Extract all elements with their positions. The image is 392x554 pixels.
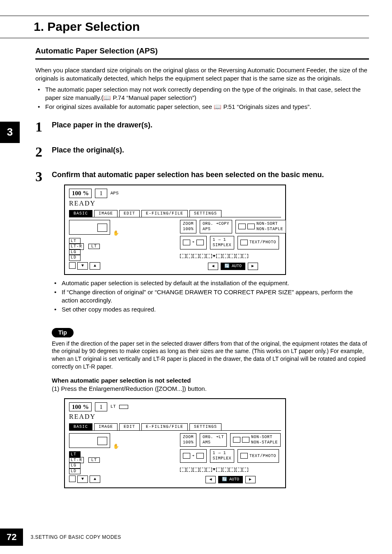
quantity-value-2: 1 — [95, 402, 107, 411]
step-2-number: 2 — [35, 143, 42, 162]
page-title: 1. Paper Selection — [34, 18, 369, 35]
ready-status-2: READY — [69, 412, 281, 421]
simplex-button-2[interactable]: 1 → 1 SIMPLEX — [210, 449, 235, 463]
nonsort-button-2[interactable]: NON-SORT NON-STAPLE — [230, 433, 281, 447]
auto-button[interactable]: 🔄 AUTO — [221, 263, 245, 270]
tab-image-2[interactable]: IMAGE — [94, 423, 118, 430]
mode-label-2: LT — [111, 404, 116, 410]
stack2-icon — [247, 224, 255, 229]
doc-icon — [240, 240, 248, 245]
lcd-panel-lt: 100 % 1 LT READY BASIC IMAGE EDIT E-FILI… — [64, 398, 286, 488]
tab-image[interactable]: IMAGE — [94, 210, 118, 217]
intro-paragraph: When you place standard size originals o… — [35, 66, 369, 83]
zoom-button[interactable]: ZOOM 100% — [180, 220, 196, 233]
arrow-down-button-2[interactable]: ▼ — [77, 476, 88, 483]
page-icon-2 — [183, 453, 190, 459]
scanner-icon — [69, 220, 110, 235]
step-2: 2 Place the original(s). — [35, 145, 369, 155]
quantity-value: 1 — [95, 189, 107, 198]
lcd-panel-aps: 100 % 1 APS READY BASIC IMAGE EDIT E-FIL… — [64, 185, 286, 275]
intro-bullet-2: For original sizes available for automat… — [35, 103, 369, 111]
step-2-title: Place the original(s). — [52, 145, 369, 155]
step-3-title: Confirm that automatic paper selection h… — [52, 170, 369, 180]
subline-zoom: (1) Press the Enlargement/Reduction ([ZO… — [52, 385, 369, 393]
tip-badge: Tip — [52, 328, 74, 337]
step-1-number: 1 — [35, 118, 42, 136]
tab-efiling-2[interactable]: E-FILING/FILE — [141, 423, 188, 430]
drawer-list: LT LT-R LT LG LD — [69, 238, 176, 261]
arrow-up-button[interactable]: ▲ — [90, 262, 100, 270]
page2-icon-2 — [196, 453, 204, 459]
hand-icon: ✋ — [113, 231, 119, 236]
page2-icon — [196, 240, 204, 245]
page-number: 72 — [0, 529, 23, 546]
auto-button-2[interactable]: 🔄 AUTO — [218, 476, 243, 483]
next-button-2[interactable]: ▶ — [245, 476, 256, 483]
step3-bullet-1: Automatic paper selection is selected by… — [52, 279, 369, 287]
zoom-percent-2: 100 % — [69, 402, 92, 411]
eject-icon — [69, 262, 76, 269]
mode-label: APS — [111, 190, 119, 196]
intro-bullets: The automatic paper selection may not wo… — [35, 85, 369, 111]
doc-icon-2 — [240, 453, 248, 459]
zoom-button-2[interactable]: ZOOM 100% — [180, 433, 196, 447]
panel-tabs: BASIC IMAGE EDIT E-FILING/FILE SETTINGS — [69, 210, 281, 217]
step-3: 3 Confirm that automatic paper selection… — [35, 170, 369, 180]
tab-settings[interactable]: SETTINGS — [189, 210, 221, 217]
tray-icon — [119, 405, 128, 409]
zoom-percent: 100 % — [69, 189, 92, 198]
arrow-down-button[interactable]: ▼ — [77, 262, 88, 270]
tab-basic[interactable]: BASIC — [69, 210, 92, 217]
section-heading: Automatic Paper Selection (APS) — [35, 46, 369, 60]
prev-button[interactable]: ◀ — [208, 263, 218, 270]
orgcopy-button[interactable]: ORG. ➔COPY APS — [200, 220, 232, 233]
page-icon — [183, 240, 190, 245]
panel-tabs-2: BASIC IMAGE EDIT E-FILING/FILE SETTINGS — [69, 423, 281, 431]
prev-button-2[interactable]: ◀ — [205, 476, 216, 483]
step3-bullets: Automatic paper selection is selected by… — [52, 279, 369, 314]
page-title-bar: 1. Paper Selection — [0, 16, 369, 38]
stack-icon-2 — [233, 437, 240, 443]
subhead-not-selected: When automatic paper selection is not se… — [52, 376, 369, 385]
tab-efiling[interactable]: E-FILING/FILE — [141, 210, 188, 217]
tab-basic-2[interactable]: BASIC — [69, 423, 92, 430]
scanner-icon-2 — [69, 433, 110, 448]
chapter-tab: 3 — [0, 122, 20, 143]
tab-settings-2[interactable]: SETTINGS — [189, 423, 221, 430]
drawer-ld-2: LD — [69, 468, 81, 475]
step-1: 1 Place paper in the drawer(s). — [35, 120, 369, 130]
stack2-icon-2 — [242, 437, 249, 443]
orgcopy-button-2[interactable]: ORG. ➔LT AMS — [200, 433, 227, 447]
step3-bullet-3: Set other copy modes as required. — [52, 305, 369, 314]
step-1-title: Place paper in the drawer(s). — [52, 120, 369, 130]
preset-row: ▼ — [180, 254, 286, 259]
arrow-up-button-2[interactable]: ▲ — [90, 476, 100, 483]
drawer-list-2: LT LT-R LT LG LD — [69, 452, 176, 474]
intro-bullet-1: The automatic paper selection may not wo… — [35, 85, 369, 102]
footer-text: 3.SETTING OF BASIC COPY MODES — [30, 534, 121, 540]
textphoto-button[interactable]: TEXT/PHOTO — [238, 236, 279, 249]
selected-size: LT — [88, 244, 100, 249]
duplex-button-2[interactable]: ➔ — [180, 449, 207, 463]
simplex-button[interactable]: 1 → 1 SIMPLEX — [210, 236, 235, 249]
step3-bullet-2: If “Change direction of original” or “CH… — [52, 288, 369, 305]
nonsort-button[interactable]: NON-SORT NON-STAPLE — [235, 220, 286, 233]
ready-status: READY — [69, 199, 281, 208]
stack-icon — [238, 224, 246, 229]
tab-edit-2[interactable]: EDIT — [119, 423, 140, 430]
step-3-number: 3 — [35, 167, 42, 186]
preset-row-2: ▼ — [180, 467, 281, 473]
textphoto-button-2[interactable]: TEXT/PHOTO — [238, 449, 279, 463]
tip-text: Even if the direction of the paper set i… — [52, 340, 369, 371]
duplex-button[interactable]: ➔ — [180, 236, 207, 249]
next-button[interactable]: ▶ — [248, 263, 258, 270]
page-footer: 72 3.SETTING OF BASIC COPY MODES — [0, 529, 121, 546]
eject-icon-2 — [69, 476, 76, 482]
selected-size-2: LT — [88, 457, 100, 463]
tab-edit[interactable]: EDIT — [119, 210, 140, 217]
drawer-ld: LD — [69, 254, 81, 261]
hand-icon-2: ✋ — [113, 444, 119, 450]
